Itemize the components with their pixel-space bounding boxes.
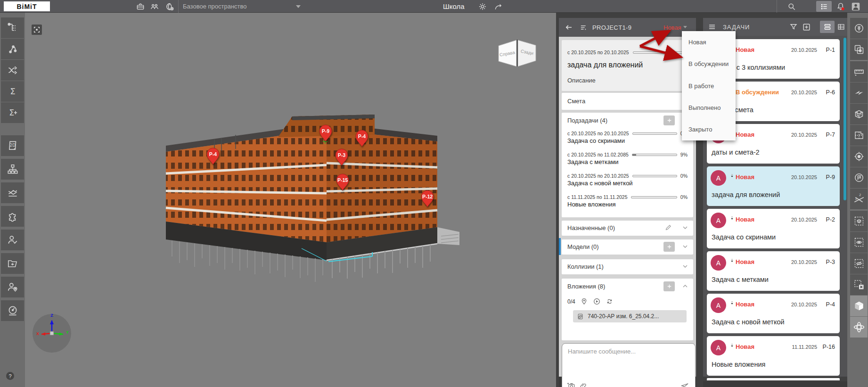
team-icon[interactable] (149, 1, 160, 12)
plugins-puzzle-icon[interactable] (1, 206, 24, 227)
sum-sigma-add-icon[interactable]: Σ (1, 102, 24, 123)
selection-objects-icon[interactable] (850, 39, 868, 60)
app-logo[interactable]: BiMiT (4, 1, 50, 11)
expand-assigned-icon[interactable] (681, 224, 689, 231)
dashboard-gauge-icon[interactable] (1, 300, 24, 321)
selection-branch-icon[interactable] (1, 39, 24, 59)
measure-axes-icon[interactable]: 1 2 (850, 189, 868, 209)
subtask-item[interactable]: с 11.11.2025 по 11.11.2025 0% Новые влож… (567, 194, 688, 208)
edit-pencil-icon[interactable] (664, 223, 672, 231)
task-card[interactable]: A Новая 11.11.2025 P-16 Новые вложения (707, 336, 840, 376)
status-option-done[interactable]: Выполнено (682, 97, 736, 118)
notifications-bell-icon[interactable] (835, 1, 846, 12)
help-button[interactable]: ? (6, 372, 14, 380)
task-card[interactable]: A Новая 20.10.2025 P-2 Задача со скринам… (707, 209, 840, 248)
status-option-inwork[interactable]: В работе (682, 75, 736, 97)
subtask-item[interactable]: с 20.10.2025 по 20.10.2025 0% Задача с н… (567, 173, 688, 187)
chevron-down-icon[interactable] (683, 26, 687, 28)
message-input[interactable] (562, 344, 695, 378)
camera-add-icon[interactable] (567, 381, 576, 387)
expand-models-icon[interactable] (681, 243, 689, 250)
flag-marker-icon[interactable] (850, 167, 868, 188)
shuffle-connections-icon[interactable] (1, 60, 24, 81)
chevron-down-icon[interactable] (296, 5, 301, 8)
task-list-icon[interactable] (580, 24, 588, 32)
space-globe-icon[interactable] (164, 1, 175, 12)
refresh-icon[interactable] (606, 297, 614, 305)
shaded-cube-icon[interactable] (850, 296, 868, 316)
notification-badge (842, 8, 844, 10)
assigned-section[interactable]: Назначенные (0) (562, 221, 693, 236)
panel-scroll-indicator[interactable] (559, 238, 561, 255)
viewport-3d[interactable]: Справа Сзади X Y Z P-4 P-9 P-4 (25, 13, 556, 387)
briefcase-icon[interactable] (135, 1, 146, 12)
collisions-section[interactable]: Коллизии (1) (562, 259, 693, 274)
attach-paperclip-icon[interactable] (579, 382, 588, 387)
send-icon[interactable] (680, 381, 689, 387)
add-attachment-button[interactable] (663, 281, 675, 291)
hamburger-menu-icon[interactable] (708, 23, 716, 31)
focus-target-icon[interactable] (850, 146, 868, 167)
priority-sort-icon (729, 300, 735, 306)
isolate-cube-icon[interactable] (850, 211, 868, 231)
charts-lines-icon[interactable] (1, 182, 24, 203)
environment-tree-icon[interactable] (850, 18, 868, 39)
scheme-tree-icon[interactable] (1, 159, 24, 180)
folder-export-icon[interactable] (1, 253, 24, 274)
gear-icon[interactable] (477, 1, 488, 12)
hide-eye-slash-icon[interactable] (850, 253, 868, 274)
models-section[interactable]: Модели (0) (562, 239, 693, 255)
user-check-icon[interactable] (1, 230, 24, 250)
expand-collisions-icon[interactable] (681, 263, 689, 270)
attachments-counter: 0/4 (567, 298, 575, 305)
attachment-file[interactable]: 740-20-АР изм. 6_25.04.2... (573, 310, 687, 322)
filter-funnel-icon[interactable] (789, 23, 798, 31)
clash-lightning-icon[interactable] (850, 82, 868, 103)
back-icon[interactable] (565, 23, 573, 32)
subtask-item[interactable]: с 20.10.2025 по 20.10.2025 0% Задача со … (567, 131, 688, 144)
user-location-icon[interactable] (1, 277, 24, 297)
panel-bottom-strip (703, 381, 847, 387)
axis-gizmo[interactable]: X Y Z (33, 313, 71, 353)
task-card[interactable]: A Новая 20.10.2025 P-4 Задача с новой ме… (707, 294, 840, 333)
status-option-discussion[interactable]: В обсуждении (682, 53, 736, 74)
collisions-label: Коллизии (1) (567, 263, 604, 270)
focus-selection-button[interactable] (32, 25, 42, 35)
status-selector[interactable]: Новая (663, 24, 681, 31)
orbit-rotate-icon[interactable] (850, 317, 868, 338)
share-icon[interactable] (493, 1, 504, 12)
axis-y-label: Y (66, 330, 69, 335)
model-structure-icon[interactable] (1, 17, 24, 38)
navigation-cube[interactable]: Справа Сзади (499, 40, 536, 66)
add-subtask-button[interactable] (663, 115, 675, 125)
add-model-button[interactable] (663, 242, 675, 252)
description-label[interactable]: Описание (567, 77, 596, 84)
search-icon[interactable] (786, 1, 797, 12)
models-label: Модели (0) (567, 243, 599, 250)
task-id: P-6 (826, 89, 835, 96)
show-eye-icon[interactable] (850, 232, 868, 253)
collapse-attachments-icon[interactable] (681, 282, 689, 290)
section-cube-icon[interactable] (850, 104, 868, 124)
task-summary: с 20.10.2025 по 20.10.2025 задача для вл… (562, 40, 693, 91)
space-selector[interactable]: Базовое пространство (183, 0, 247, 13)
pin-marker-icon[interactable] (580, 297, 588, 305)
sum-sigma-icon[interactable]: Σ (1, 81, 24, 102)
task-card[interactable]: A Новая 20.10.2025 P-3 Задача с метками (707, 251, 840, 291)
play-icon[interactable] (593, 297, 601, 305)
ruler-measure-icon[interactable] (850, 61, 868, 82)
subtask-item[interactable]: с 20.10.2025 по 11.02.2085 9% Задача с м… (567, 152, 688, 165)
status-option-closed[interactable]: Закрыто (682, 119, 736, 140)
estimate-section[interactable]: Смета (562, 93, 693, 110)
task-card-selected[interactable]: A Новая 20.10.2025 P-9 задача для вложен… (707, 166, 840, 206)
add-task-icon[interactable] (802, 23, 811, 32)
table-view-icon[interactable] (837, 23, 845, 31)
list-menu-icon[interactable] (816, 1, 832, 12)
2d-view-icon[interactable]: 2D (1, 135, 24, 156)
tasks-scrollbar[interactable] (843, 38, 846, 200)
list-view-button[interactable] (820, 21, 835, 33)
clear-selection-icon[interactable] (850, 274, 868, 295)
user-avatar-icon[interactable] (850, 1, 861, 12)
floor-plan-icon[interactable] (850, 125, 868, 146)
status-option-new[interactable]: Новая (682, 31, 736, 53)
